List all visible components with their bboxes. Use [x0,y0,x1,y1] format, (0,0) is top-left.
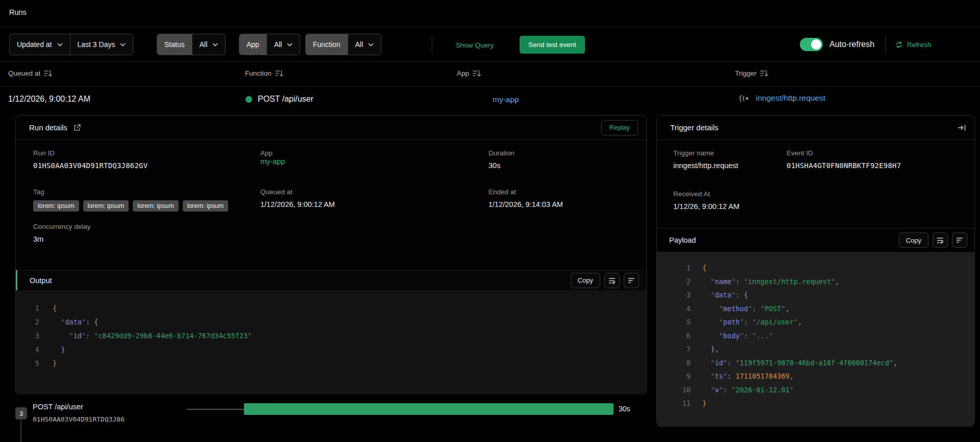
line-number: 1 [16,301,39,315]
tag-badge: lorem: ipsum [133,200,179,212]
divider [432,36,432,54]
status-filter-dropdown[interactable]: Status All [157,34,226,55]
status-filter-label: Status [157,34,192,55]
refresh-controls: Auto-refresh Refresh [800,34,931,55]
sort-icon [473,69,481,77]
line-number: 9 [657,369,691,383]
replay-button[interactable]: Replay [601,120,638,135]
line-number: 8 [657,356,691,370]
line-number: 5 [16,357,39,370]
run-details-panel: Run details Replay Run ID 01HS0AA03V04D9… [15,115,647,394]
tag-badge: lorem: ipsum [83,200,129,212]
function-name: POST /api/user [258,95,313,104]
copy-payload-button[interactable]: Copy [899,232,928,248]
chevron-down-icon [57,43,63,46]
field-ended-at: Ended at 1/12/2026, 9:14:03 AM [488,188,563,208]
output-code-viewer: 1{2 "data": {3 "id": "c8429dd9-29b8-44e6… [16,290,646,394]
time-field-select[interactable]: Updated at [10,34,70,55]
row-queued-at: 1/12/2026, 9:00:12 AM [8,95,90,104]
line-number: 5 [657,315,691,329]
trigger-name: inngest/http.request [756,94,825,103]
timeline-run-id: 01HS0AA03V04D91RTDQ3J86 [33,415,125,423]
timeline-gantt-connector [187,409,244,410]
time-filter-dropdown[interactable]: Updated at Last 3 Days [9,34,133,55]
field-tag: Tag lorem: ipsum lorem: ipsum lorem: ips… [33,188,228,212]
sort-icon [44,69,52,77]
output-title: Output [30,276,52,285]
word-wrap-button[interactable] [933,232,948,248]
time-field-label: Updated at [17,40,52,49]
align-left-icon [628,277,635,284]
app-link[interactable]: my-app [260,157,285,166]
status-filter-value[interactable]: All [192,34,226,55]
collapse-panel-icon[interactable] [958,124,966,132]
timeline-connector-line [20,420,21,442]
table-row[interactable]: 1/12/2026, 9:00:12 AM POST /api/user my-… [0,87,980,113]
word-wrap-icon [937,237,944,244]
field-event-id: Event ID 01HSHA4GT0FN0NRBKTF92E98H7 [787,149,901,170]
word-wrap-icon [608,277,616,284]
chevron-down-icon [368,43,374,46]
show-query-link[interactable]: Show Query [456,41,494,49]
app-filter-dropdown[interactable]: App All [239,34,300,55]
runs-table-header: Queued at Function App Trigger [0,62,980,87]
line-number: 3 [16,329,39,343]
line-number: 3 [657,288,691,302]
field-run-id: Run ID 01HS0AA03V04D91RTDQ3J862GV [33,149,148,170]
row-function[interactable]: POST /api/user [246,95,313,104]
external-link-icon[interactable] [73,124,81,132]
expand-lines-button[interactable] [624,273,639,288]
step-count-badge[interactable]: 3 [15,407,27,420]
trigger-details-title: Trigger details [670,123,718,132]
refresh-icon [895,41,903,49]
timeline-step-name: POST /api/user [33,403,83,411]
top-bar: Runs [0,0,980,27]
line-number: 7 [657,342,691,356]
webhook-icon [739,95,751,102]
field-app: App my-app [260,149,285,166]
trigger-details-panel: Trigger details Trigger name inngest/htt… [656,115,975,427]
status-dot-completed [246,96,252,103]
auto-refresh-label: Auto-refresh [829,40,874,49]
line-number: 11 [657,397,691,410]
timeline-duration-bar[interactable] [244,403,614,415]
align-left-icon [956,237,963,244]
toggle-knob [811,39,821,50]
field-duration: Duration 30s [488,149,514,170]
app-filter-value[interactable]: All [266,34,300,55]
column-header-queued-at[interactable]: Queued at [8,69,52,77]
field-concurrency-delay: Concurrency delay 3m [33,223,91,243]
run-id-value: 01HS0AA03V04D91RTDQ3J862GV [33,161,148,170]
function-filter-dropdown[interactable]: Function All [305,34,381,55]
field-received-at: Received At 1/12/26, 9:00:12 AM [673,190,740,211]
tag-badge: lorem: ipsum [183,200,229,212]
row-trigger-link[interactable]: inngest/http.request [739,94,825,103]
refresh-button[interactable]: Refresh [895,41,931,49]
refresh-label: Refresh [907,41,931,49]
send-test-event-button[interactable]: Send test event [520,36,585,54]
column-header-function[interactable]: Function [245,69,283,77]
word-wrap-button[interactable] [604,273,620,288]
payload-actions: Copy [899,232,967,248]
chevron-down-icon [120,43,126,46]
run-details-header: Run details Replay [16,115,646,140]
trigger-details-header: Trigger details [657,115,974,140]
time-range-select[interactable]: Last 3 Days [70,34,133,55]
copy-output-button[interactable]: Copy [571,273,600,288]
sort-icon [760,69,768,77]
auto-refresh-toggle[interactable] [800,38,823,51]
expand-lines-button[interactable] [952,232,967,248]
output-actions: Copy [571,273,639,288]
line-number: 1 [657,261,691,275]
page-title: Runs [9,8,27,16]
row-app-link[interactable]: my-app [493,95,519,104]
column-header-app[interactable]: App [457,69,481,77]
function-filter-value[interactable]: All [348,34,381,55]
time-range-label: Last 3 Days [78,40,115,49]
runs-page: Runs Updated at Last 3 Days Status All [0,0,980,442]
column-header-trigger[interactable]: Trigger [735,69,768,77]
line-number: 6 [657,329,691,343]
filter-bar: Updated at Last 3 Days Status All App Al… [0,28,980,62]
field-queued-at: Queued at 1/12/2026, 9:00:12 AM [260,188,335,208]
line-number: 2 [16,315,39,329]
